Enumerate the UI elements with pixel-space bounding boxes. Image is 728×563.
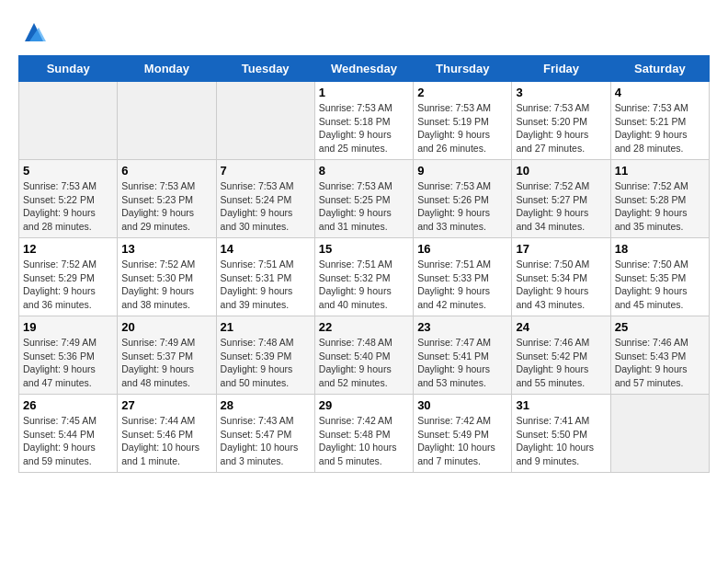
day-header-thursday: Thursday: [414, 56, 512, 82]
day-info: Sunrise: 7:51 AMSunset: 5:33 PMDaylight:…: [417, 258, 507, 312]
day-info: Sunrise: 7:53 AMSunset: 5:22 PMDaylight:…: [23, 179, 113, 234]
day-info: Sunrise: 7:50 AMSunset: 5:35 PMDaylight:…: [615, 258, 705, 312]
day-info: Sunrise: 7:52 AMSunset: 5:30 PMDaylight:…: [121, 258, 211, 312]
day-number: 5: [23, 164, 113, 178]
calendar-cell: [118, 82, 216, 160]
day-number: 13: [121, 242, 211, 256]
calendar-cell: 13Sunrise: 7:52 AMSunset: 5:30 PMDayligh…: [118, 238, 216, 316]
day-info: Sunrise: 7:42 AMSunset: 5:48 PMDaylight:…: [319, 414, 409, 468]
day-info: Sunrise: 7:53 AMSunset: 5:24 PMDaylight:…: [221, 179, 311, 234]
day-info: Sunrise: 7:52 AMSunset: 5:29 PMDaylight:…: [23, 258, 113, 312]
day-number: 19: [23, 320, 113, 334]
day-number: 11: [615, 164, 705, 178]
day-info: Sunrise: 7:52 AMSunset: 5:27 PMDaylight:…: [516, 179, 606, 234]
day-info: Sunrise: 7:53 AMSunset: 5:23 PMDaylight:…: [121, 179, 211, 234]
calendar-cell: 21Sunrise: 7:48 AMSunset: 5:39 PMDayligh…: [216, 316, 314, 395]
day-number: 26: [23, 398, 113, 412]
day-info: Sunrise: 7:48 AMSunset: 5:40 PMDaylight:…: [319, 336, 409, 390]
day-number: 6: [121, 164, 211, 178]
day-info: Sunrise: 7:51 AMSunset: 5:32 PMDaylight:…: [319, 258, 409, 312]
day-info: Sunrise: 7:51 AMSunset: 5:31 PMDaylight:…: [221, 258, 311, 312]
calendar-cell: 27Sunrise: 7:44 AMSunset: 5:46 PMDayligh…: [118, 395, 216, 473]
day-header-monday: Monday: [118, 56, 216, 82]
page-header: [18, 18, 710, 46]
day-number: 22: [319, 320, 409, 334]
calendar-week-row: 12Sunrise: 7:52 AMSunset: 5:29 PMDayligh…: [19, 238, 710, 316]
day-info: Sunrise: 7:49 AMSunset: 5:37 PMDaylight:…: [121, 336, 211, 390]
day-number: 8: [319, 164, 409, 178]
day-info: Sunrise: 7:53 AMSunset: 5:21 PMDaylight:…: [615, 101, 705, 155]
calendar-week-row: 5Sunrise: 7:53 AMSunset: 5:22 PMDaylight…: [19, 160, 710, 238]
calendar-cell: 16Sunrise: 7:51 AMSunset: 5:33 PMDayligh…: [414, 238, 512, 316]
day-info: Sunrise: 7:53 AMSunset: 5:26 PMDaylight:…: [417, 179, 507, 234]
day-number: 18: [615, 242, 705, 256]
day-info: Sunrise: 7:52 AMSunset: 5:28 PMDaylight:…: [615, 179, 705, 234]
day-info: Sunrise: 7:49 AMSunset: 5:36 PMDaylight:…: [23, 336, 113, 390]
calendar-cell: 26Sunrise: 7:45 AMSunset: 5:44 PMDayligh…: [19, 395, 118, 473]
day-info: Sunrise: 7:53 AMSunset: 5:20 PMDaylight:…: [516, 101, 606, 155]
calendar-cell: [216, 82, 314, 160]
calendar-cell: 20Sunrise: 7:49 AMSunset: 5:37 PMDayligh…: [118, 316, 216, 395]
day-number: 14: [221, 242, 311, 256]
calendar-cell: 9Sunrise: 7:53 AMSunset: 5:26 PMDaylight…: [414, 160, 512, 238]
calendar-week-row: 1Sunrise: 7:53 AMSunset: 5:18 PMDaylight…: [19, 82, 710, 160]
day-number: 29: [319, 398, 409, 412]
day-info: Sunrise: 7:44 AMSunset: 5:46 PMDaylight:…: [121, 414, 211, 468]
calendar-cell: 22Sunrise: 7:48 AMSunset: 5:40 PMDayligh…: [314, 316, 413, 395]
day-info: Sunrise: 7:53 AMSunset: 5:25 PMDaylight:…: [319, 179, 409, 234]
day-number: 23: [417, 320, 507, 334]
day-info: Sunrise: 7:41 AMSunset: 5:50 PMDaylight:…: [516, 414, 606, 468]
calendar-week-row: 19Sunrise: 7:49 AMSunset: 5:36 PMDayligh…: [19, 316, 710, 395]
day-info: Sunrise: 7:47 AMSunset: 5:41 PMDaylight:…: [417, 336, 507, 390]
day-number: 3: [516, 86, 606, 99]
calendar-cell: 8Sunrise: 7:53 AMSunset: 5:25 PMDaylight…: [314, 160, 413, 238]
calendar-cell: 14Sunrise: 7:51 AMSunset: 5:31 PMDayligh…: [216, 238, 314, 316]
day-info: Sunrise: 7:42 AMSunset: 5:49 PMDaylight:…: [417, 414, 507, 468]
day-header-wednesday: Wednesday: [314, 56, 413, 82]
logo: [18, 18, 48, 46]
day-header-friday: Friday: [512, 56, 610, 82]
day-number: 28: [221, 398, 311, 412]
day-number: 24: [516, 320, 606, 334]
day-number: 10: [516, 164, 606, 178]
calendar-cell: 6Sunrise: 7:53 AMSunset: 5:23 PMDaylight…: [118, 160, 216, 238]
day-number: 17: [516, 242, 606, 256]
calendar-cell: 1Sunrise: 7:53 AMSunset: 5:18 PMDaylight…: [314, 82, 413, 160]
calendar-cell: 29Sunrise: 7:42 AMSunset: 5:48 PMDayligh…: [314, 395, 413, 473]
day-info: Sunrise: 7:46 AMSunset: 5:43 PMDaylight:…: [615, 336, 705, 390]
calendar-cell: 3Sunrise: 7:53 AMSunset: 5:20 PMDaylight…: [512, 82, 610, 160]
day-info: Sunrise: 7:53 AMSunset: 5:18 PMDaylight:…: [319, 101, 409, 155]
calendar-cell: 25Sunrise: 7:46 AMSunset: 5:43 PMDayligh…: [610, 316, 709, 395]
day-number: 15: [319, 242, 409, 256]
day-header-tuesday: Tuesday: [216, 56, 314, 82]
day-number: 4: [615, 86, 705, 99]
day-number: 2: [417, 86, 507, 99]
calendar-week-row: 26Sunrise: 7:45 AMSunset: 5:44 PMDayligh…: [19, 395, 710, 473]
day-info: Sunrise: 7:45 AMSunset: 5:44 PMDaylight:…: [23, 414, 113, 468]
day-info: Sunrise: 7:48 AMSunset: 5:39 PMDaylight:…: [221, 336, 311, 390]
calendar-cell: 2Sunrise: 7:53 AMSunset: 5:19 PMDaylight…: [414, 82, 512, 160]
day-info: Sunrise: 7:50 AMSunset: 5:34 PMDaylight:…: [516, 258, 606, 312]
day-number: 9: [417, 164, 507, 178]
day-number: 12: [23, 242, 113, 256]
day-number: 21: [221, 320, 311, 334]
calendar-cell: 11Sunrise: 7:52 AMSunset: 5:28 PMDayligh…: [610, 160, 709, 238]
calendar-cell: 30Sunrise: 7:42 AMSunset: 5:49 PMDayligh…: [414, 395, 512, 473]
calendar-cell: 17Sunrise: 7:50 AMSunset: 5:34 PMDayligh…: [512, 238, 610, 316]
calendar-cell: 7Sunrise: 7:53 AMSunset: 5:24 PMDaylight…: [216, 160, 314, 238]
day-number: 31: [516, 398, 606, 412]
calendar-cell: 5Sunrise: 7:53 AMSunset: 5:22 PMDaylight…: [19, 160, 118, 238]
calendar-cell: 4Sunrise: 7:53 AMSunset: 5:21 PMDaylight…: [610, 82, 709, 160]
day-number: 25: [615, 320, 705, 334]
calendar-cell: 15Sunrise: 7:51 AMSunset: 5:32 PMDayligh…: [314, 238, 413, 316]
day-header-saturday: Saturday: [610, 56, 709, 82]
day-info: Sunrise: 7:53 AMSunset: 5:19 PMDaylight:…: [417, 101, 507, 155]
calendar-cell: [19, 82, 118, 160]
calendar-cell: 23Sunrise: 7:47 AMSunset: 5:41 PMDayligh…: [414, 316, 512, 395]
day-info: Sunrise: 7:46 AMSunset: 5:42 PMDaylight:…: [516, 336, 606, 390]
day-header-sunday: Sunday: [19, 56, 118, 82]
calendar-cell: 28Sunrise: 7:43 AMSunset: 5:47 PMDayligh…: [216, 395, 314, 473]
calendar-cell: 12Sunrise: 7:52 AMSunset: 5:29 PMDayligh…: [19, 238, 118, 316]
day-number: 27: [121, 398, 211, 412]
day-number: 30: [417, 398, 507, 412]
